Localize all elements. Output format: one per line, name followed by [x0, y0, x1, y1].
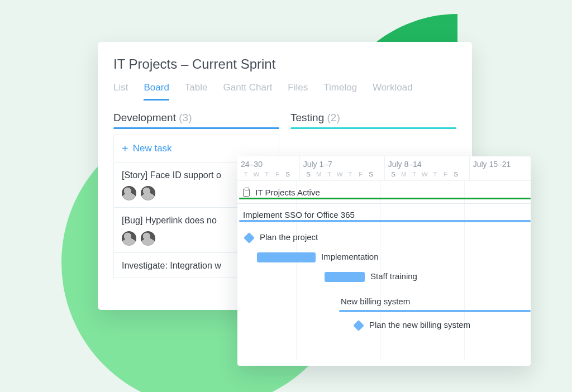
- day-label: T: [409, 171, 420, 180]
- clipboard-icon: [243, 189, 250, 197]
- column-count: (2): [327, 112, 340, 123]
- week-label: July 1–7: [303, 160, 381, 169]
- gantt-row-label[interactable]: IT Projects Active: [243, 188, 320, 197]
- day-label: S: [366, 171, 376, 180]
- milestone-icon[interactable]: [353, 320, 364, 331]
- week-label: 24–30: [241, 160, 296, 169]
- day-label: M: [398, 171, 409, 180]
- gantt-task-label[interactable]: Staff training: [370, 271, 417, 281]
- avatar[interactable]: [122, 186, 136, 200]
- day-label: T: [241, 171, 251, 180]
- day-label: W: [420, 171, 430, 180]
- gantt-task-label[interactable]: Plan the project: [260, 232, 318, 242]
- day-label: F: [272, 171, 283, 180]
- day-label: M: [313, 171, 324, 180]
- day-label: S: [388, 171, 399, 180]
- view-tabs: List Board Table Gantt Chart Files Timel…: [113, 82, 456, 101]
- avatar[interactable]: [122, 231, 136, 246]
- week-label: July 15–21: [473, 160, 527, 169]
- gantt-bar[interactable]: [325, 272, 365, 282]
- day-label: T: [430, 171, 440, 180]
- column-underline: [290, 127, 456, 129]
- gantt-card: 24–30 T W T F S July 1–7 S M T W T F: [237, 156, 531, 366]
- gantt-row-label[interactable]: Implement SSO for Office 365: [243, 210, 355, 219]
- column-count: (3): [179, 112, 192, 123]
- tab-timelog[interactable]: Timelog: [323, 82, 357, 100]
- milestone-icon[interactable]: [244, 232, 255, 243]
- gantt-task-label[interactable]: Implementation: [321, 252, 379, 261]
- day-label: T: [261, 171, 272, 180]
- tab-gantt[interactable]: Gantt Chart: [223, 82, 272, 100]
- column-title: Development: [113, 112, 176, 123]
- day-label: T: [345, 171, 355, 180]
- gantt-bar[interactable]: [257, 252, 316, 262]
- gantt-bar[interactable]: [239, 198, 531, 199]
- avatar[interactable]: [141, 186, 155, 200]
- day-label: W: [251, 171, 262, 180]
- column-underline: [113, 127, 279, 129]
- gantt-row-label[interactable]: New billing system: [341, 297, 410, 306]
- gantt-bar[interactable]: [239, 220, 531, 222]
- day-label: F: [355, 171, 366, 180]
- day-label: S: [303, 171, 314, 180]
- day-label: S: [283, 171, 293, 180]
- gantt-header: 24–30 T W T F S July 1–7 S M T W T F: [237, 156, 531, 181]
- week-label: July 8–14: [388, 160, 466, 169]
- tab-list[interactable]: List: [113, 82, 128, 100]
- day-label: T: [324, 171, 335, 180]
- day-label: W: [335, 171, 345, 180]
- tab-board[interactable]: Board: [144, 82, 169, 101]
- day-label: F: [440, 171, 451, 180]
- gantt-bar[interactable]: [339, 310, 531, 312]
- avatar[interactable]: [141, 231, 155, 246]
- new-task-label: New task: [133, 143, 172, 154]
- gantt-task-label[interactable]: Plan the new billing system: [369, 320, 470, 329]
- column-title: Testing: [290, 112, 324, 123]
- day-label: S: [451, 171, 461, 180]
- gantt-separator: [237, 203, 531, 204]
- page-title: IT Projects – Current Sprint: [113, 56, 456, 72]
- plus-icon: +: [122, 143, 128, 154]
- gantt-body: IT Projects Active Implement SSO for Off…: [237, 181, 531, 360]
- tab-table[interactable]: Table: [185, 82, 208, 100]
- tab-workload[interactable]: Workload: [373, 82, 413, 100]
- tab-files[interactable]: Files: [288, 82, 308, 100]
